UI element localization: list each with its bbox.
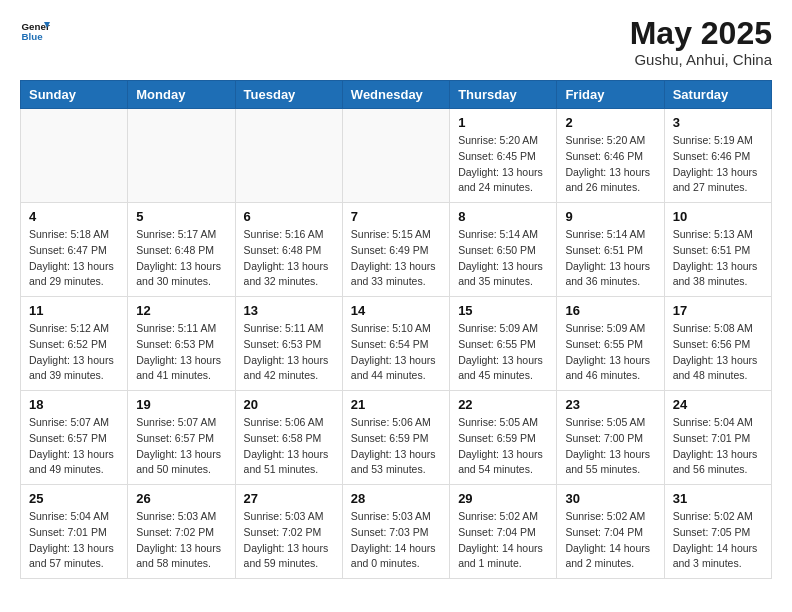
day-number: 28 [351, 491, 441, 506]
day-info: Sunrise: 5:19 AM Sunset: 6:46 PM Dayligh… [673, 133, 763, 196]
calendar-cell: 2Sunrise: 5:20 AM Sunset: 6:46 PM Daylig… [557, 109, 664, 203]
location: Gushu, Anhui, China [630, 51, 772, 68]
calendar-cell: 5Sunrise: 5:17 AM Sunset: 6:48 PM Daylig… [128, 203, 235, 297]
month-title: May 2025 [630, 16, 772, 51]
day-info: Sunrise: 5:03 AM Sunset: 7:02 PM Dayligh… [244, 509, 334, 572]
day-info: Sunrise: 5:11 AM Sunset: 6:53 PM Dayligh… [244, 321, 334, 384]
day-number: 23 [565, 397, 655, 412]
calendar-cell: 18Sunrise: 5:07 AM Sunset: 6:57 PM Dayli… [21, 391, 128, 485]
day-number: 30 [565, 491, 655, 506]
day-info: Sunrise: 5:07 AM Sunset: 6:57 PM Dayligh… [136, 415, 226, 478]
calendar-header-saturday: Saturday [664, 81, 771, 109]
svg-text:Blue: Blue [22, 31, 44, 42]
day-info: Sunrise: 5:09 AM Sunset: 6:55 PM Dayligh… [458, 321, 548, 384]
day-info: Sunrise: 5:02 AM Sunset: 7:05 PM Dayligh… [673, 509, 763, 572]
calendar-cell: 16Sunrise: 5:09 AM Sunset: 6:55 PM Dayli… [557, 297, 664, 391]
calendar-header-thursday: Thursday [450, 81, 557, 109]
day-number: 1 [458, 115, 548, 130]
day-info: Sunrise: 5:02 AM Sunset: 7:04 PM Dayligh… [458, 509, 548, 572]
page-container: General Blue May 2025 Gushu, Anhui, Chin… [0, 0, 792, 595]
day-number: 21 [351, 397, 441, 412]
day-number: 18 [29, 397, 119, 412]
day-info: Sunrise: 5:20 AM Sunset: 6:46 PM Dayligh… [565, 133, 655, 196]
calendar-cell [235, 109, 342, 203]
day-number: 29 [458, 491, 548, 506]
calendar-week-row: 11Sunrise: 5:12 AM Sunset: 6:52 PM Dayli… [21, 297, 772, 391]
calendar-week-row: 25Sunrise: 5:04 AM Sunset: 7:01 PM Dayli… [21, 485, 772, 579]
calendar-cell [128, 109, 235, 203]
calendar-cell: 6Sunrise: 5:16 AM Sunset: 6:48 PM Daylig… [235, 203, 342, 297]
calendar-cell: 30Sunrise: 5:02 AM Sunset: 7:04 PM Dayli… [557, 485, 664, 579]
logo: General Blue [20, 16, 50, 46]
calendar-cell: 13Sunrise: 5:11 AM Sunset: 6:53 PM Dayli… [235, 297, 342, 391]
calendar-cell [21, 109, 128, 203]
calendar-cell: 21Sunrise: 5:06 AM Sunset: 6:59 PM Dayli… [342, 391, 449, 485]
calendar-week-row: 18Sunrise: 5:07 AM Sunset: 6:57 PM Dayli… [21, 391, 772, 485]
day-number: 12 [136, 303, 226, 318]
calendar-week-row: 4Sunrise: 5:18 AM Sunset: 6:47 PM Daylig… [21, 203, 772, 297]
day-number: 3 [673, 115, 763, 130]
day-info: Sunrise: 5:07 AM Sunset: 6:57 PM Dayligh… [29, 415, 119, 478]
calendar-cell: 12Sunrise: 5:11 AM Sunset: 6:53 PM Dayli… [128, 297, 235, 391]
day-number: 15 [458, 303, 548, 318]
calendar-cell: 1Sunrise: 5:20 AM Sunset: 6:45 PM Daylig… [450, 109, 557, 203]
calendar-cell: 17Sunrise: 5:08 AM Sunset: 6:56 PM Dayli… [664, 297, 771, 391]
calendar-header-wednesday: Wednesday [342, 81, 449, 109]
calendar-header-monday: Monday [128, 81, 235, 109]
calendar-table: SundayMondayTuesdayWednesdayThursdayFrid… [20, 80, 772, 579]
calendar-cell: 11Sunrise: 5:12 AM Sunset: 6:52 PM Dayli… [21, 297, 128, 391]
day-number: 26 [136, 491, 226, 506]
day-number: 19 [136, 397, 226, 412]
day-info: Sunrise: 5:12 AM Sunset: 6:52 PM Dayligh… [29, 321, 119, 384]
calendar-cell: 22Sunrise: 5:05 AM Sunset: 6:59 PM Dayli… [450, 391, 557, 485]
header: General Blue May 2025 Gushu, Anhui, Chin… [20, 16, 772, 68]
day-info: Sunrise: 5:15 AM Sunset: 6:49 PM Dayligh… [351, 227, 441, 290]
calendar-cell: 10Sunrise: 5:13 AM Sunset: 6:51 PM Dayli… [664, 203, 771, 297]
day-number: 25 [29, 491, 119, 506]
day-info: Sunrise: 5:04 AM Sunset: 7:01 PM Dayligh… [673, 415, 763, 478]
day-number: 7 [351, 209, 441, 224]
calendar-header-row: SundayMondayTuesdayWednesdayThursdayFrid… [21, 81, 772, 109]
day-number: 10 [673, 209, 763, 224]
calendar-cell: 19Sunrise: 5:07 AM Sunset: 6:57 PM Dayli… [128, 391, 235, 485]
day-info: Sunrise: 5:03 AM Sunset: 7:03 PM Dayligh… [351, 509, 441, 572]
day-info: Sunrise: 5:14 AM Sunset: 6:51 PM Dayligh… [565, 227, 655, 290]
calendar-cell: 31Sunrise: 5:02 AM Sunset: 7:05 PM Dayli… [664, 485, 771, 579]
calendar-cell: 9Sunrise: 5:14 AM Sunset: 6:51 PM Daylig… [557, 203, 664, 297]
day-number: 4 [29, 209, 119, 224]
day-number: 2 [565, 115, 655, 130]
day-info: Sunrise: 5:05 AM Sunset: 6:59 PM Dayligh… [458, 415, 548, 478]
day-info: Sunrise: 5:05 AM Sunset: 7:00 PM Dayligh… [565, 415, 655, 478]
day-info: Sunrise: 5:16 AM Sunset: 6:48 PM Dayligh… [244, 227, 334, 290]
day-info: Sunrise: 5:04 AM Sunset: 7:01 PM Dayligh… [29, 509, 119, 572]
day-info: Sunrise: 5:09 AM Sunset: 6:55 PM Dayligh… [565, 321, 655, 384]
day-info: Sunrise: 5:11 AM Sunset: 6:53 PM Dayligh… [136, 321, 226, 384]
day-number: 17 [673, 303, 763, 318]
calendar-cell: 20Sunrise: 5:06 AM Sunset: 6:58 PM Dayli… [235, 391, 342, 485]
calendar-cell: 15Sunrise: 5:09 AM Sunset: 6:55 PM Dayli… [450, 297, 557, 391]
calendar-cell: 29Sunrise: 5:02 AM Sunset: 7:04 PM Dayli… [450, 485, 557, 579]
day-number: 8 [458, 209, 548, 224]
day-number: 14 [351, 303, 441, 318]
day-info: Sunrise: 5:03 AM Sunset: 7:02 PM Dayligh… [136, 509, 226, 572]
calendar-header-tuesday: Tuesday [235, 81, 342, 109]
day-number: 20 [244, 397, 334, 412]
day-info: Sunrise: 5:02 AM Sunset: 7:04 PM Dayligh… [565, 509, 655, 572]
calendar-header-friday: Friday [557, 81, 664, 109]
day-number: 13 [244, 303, 334, 318]
day-number: 27 [244, 491, 334, 506]
calendar-cell: 26Sunrise: 5:03 AM Sunset: 7:02 PM Dayli… [128, 485, 235, 579]
day-number: 5 [136, 209, 226, 224]
day-info: Sunrise: 5:08 AM Sunset: 6:56 PM Dayligh… [673, 321, 763, 384]
day-number: 11 [29, 303, 119, 318]
calendar-cell: 24Sunrise: 5:04 AM Sunset: 7:01 PM Dayli… [664, 391, 771, 485]
day-number: 16 [565, 303, 655, 318]
day-info: Sunrise: 5:20 AM Sunset: 6:45 PM Dayligh… [458, 133, 548, 196]
logo-icon: General Blue [20, 16, 50, 46]
day-number: 6 [244, 209, 334, 224]
calendar-cell: 4Sunrise: 5:18 AM Sunset: 6:47 PM Daylig… [21, 203, 128, 297]
calendar-cell [342, 109, 449, 203]
calendar-cell: 23Sunrise: 5:05 AM Sunset: 7:00 PM Dayli… [557, 391, 664, 485]
calendar-header-sunday: Sunday [21, 81, 128, 109]
day-number: 9 [565, 209, 655, 224]
